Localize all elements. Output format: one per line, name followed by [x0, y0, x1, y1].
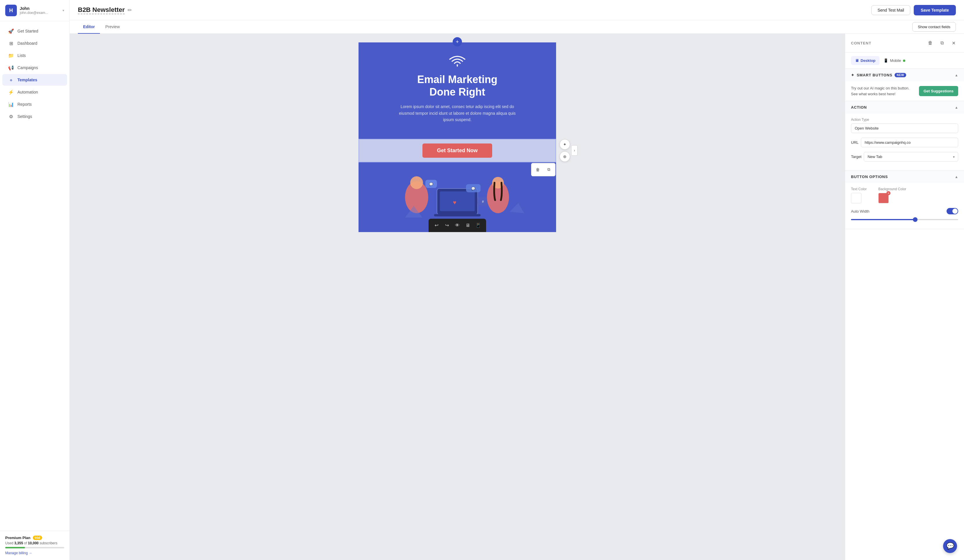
svg-point-1 — [410, 176, 423, 189]
email-illustration: ♥ 💬 💬 # — [376, 168, 539, 226]
action-body: Action Type Open Website URL — [845, 114, 964, 170]
width-slider-track — [851, 219, 958, 220]
delete-content-button[interactable]: 🗑 — [926, 38, 935, 48]
tab-preview[interactable]: Preview — [100, 20, 125, 34]
sidebar-item-label: Reports — [18, 102, 32, 107]
toggle-x-icon: ✕ — [955, 210, 957, 213]
rocket-icon: 🚀 — [8, 28, 14, 34]
svg-text:💬: 💬 — [429, 182, 433, 186]
drag-handles: ✦ ⊕ — [560, 139, 570, 162]
sidebar-item-lists[interactable]: 📁 Lists — [2, 50, 67, 61]
auto-width-row: Auto Width ✕ — [851, 208, 958, 214]
move-drag-handle[interactable]: ⊕ — [560, 151, 570, 162]
user-info: John john.doe@exam... — [20, 6, 60, 15]
action-title: ACTION — [851, 105, 867, 109]
action-type-select[interactable]: Open Website — [851, 124, 958, 133]
duplicate-content-button[interactable]: ⧉ — [937, 38, 946, 48]
sidebar-item-campaigns[interactable]: 📢 Campaigns — [2, 62, 67, 73]
cta-button[interactable]: Get Started Now — [422, 143, 492, 158]
brand-icon — [370, 54, 544, 70]
sparkle-icon: ✦ — [851, 73, 855, 77]
desktop-icon: 🖥 — [855, 59, 859, 63]
settings-icon: ⚙ — [8, 114, 14, 119]
mobile-view-button[interactable]: 📱 — [473, 220, 483, 230]
sidebar-item-settings[interactable]: ⚙ Settings — [2, 111, 67, 122]
sidebar-item-label: Templates — [18, 78, 37, 82]
content-area: + Em — [70, 34, 964, 560]
tabs-bar: Editor Preview Show contact fields — [70, 20, 964, 34]
tab-desktop[interactable]: 🖥 Desktop — [851, 56, 879, 65]
undo-button[interactable]: ↩ — [432, 220, 441, 230]
slider-thumb[interactable] — [913, 217, 917, 222]
action-type-row: Action Type Open Website — [851, 118, 958, 133]
right-panel: CONTENT 🗑 ⧉ ✕ 🖥 Desktop 📱 Mobile — [845, 34, 964, 560]
sidebar-item-label: Lists — [18, 53, 26, 58]
smart-buttons-title: ✦ SMART BUTTONS New — [851, 73, 906, 77]
svg-text:#: # — [482, 200, 484, 203]
url-row: URL — [851, 138, 958, 147]
email-heading: Email MarketingDone Right — [370, 73, 544, 98]
tab-editor[interactable]: Editor — [78, 20, 100, 34]
sidebar-item-templates[interactable]: ⬦ Templates — [2, 74, 67, 86]
url-label: URL — [851, 140, 858, 145]
chat-support-button[interactable]: 💬 — [943, 539, 957, 553]
show-contact-fields-button[interactable]: Show contact fields — [912, 22, 956, 32]
email-header-section: Email MarketingDone Right Lorem ipsum do… — [358, 42, 556, 139]
sidebar-item-label: Automation — [18, 90, 38, 94]
trial-badge: trial — [33, 536, 42, 540]
edit-icon[interactable]: ✏ — [127, 7, 132, 13]
url-input[interactable] — [861, 138, 958, 147]
close-panel-button[interactable]: ✕ — [949, 38, 958, 48]
plan-label: Premium Plan trial — [5, 536, 64, 540]
panel-header-actions: 🗑 ⧉ ✕ — [926, 38, 958, 48]
zap-icon: ⚡ — [8, 89, 14, 95]
preview-button[interactable]: 👁 — [453, 220, 462, 230]
action-section-header[interactable]: ACTION ▲ — [845, 101, 964, 114]
button-options-chevron-icon: ▲ — [955, 175, 958, 179]
mobile-active-dot — [903, 60, 905, 62]
bg-color-label: Background Color — [878, 187, 906, 191]
move-up-handle[interactable]: ✦ — [560, 139, 570, 150]
svg-text:♥: ♥ — [453, 199, 456, 206]
user-email: john.doe@exam... — [20, 11, 60, 15]
main-content: B2B Newsletter ✏ Send Test Mail Save Tem… — [70, 0, 964, 560]
sidebar: H John john.doe@exam... ▾ 🚀 Get Started … — [0, 0, 70, 560]
sidebar-item-automation[interactable]: ⚡ Automation — [2, 86, 67, 98]
manage-billing-link[interactable]: Manage billing → — [5, 551, 32, 555]
user-profile[interactable]: H John john.doe@exam... ▾ — [0, 0, 70, 21]
desktop-view-button[interactable]: 🖥 — [463, 220, 473, 230]
target-select[interactable]: New Tab — [864, 152, 958, 161]
bg-color-remove-button[interactable]: ✕ — [886, 191, 891, 195]
tabs: Editor Preview — [78, 20, 125, 33]
sidebar-item-get-started[interactable]: 🚀 Get Started — [2, 25, 67, 37]
progress-bar-fill — [5, 547, 25, 549]
action-section: ACTION ▲ Action Type Open Website — [845, 101, 964, 171]
text-color-swatch[interactable] — [851, 193, 861, 203]
duplicate-row-button[interactable]: ⧉ — [544, 165, 554, 174]
mobile-icon: 📱 — [884, 59, 888, 63]
bg-color-group: Background Color ✕ — [878, 187, 906, 203]
bottom-toolbar: ↩ ↪ 👁 🖥 📱 — [428, 219, 486, 232]
send-test-mail-button[interactable]: Send Test Mail — [871, 5, 910, 15]
redo-button[interactable]: ↪ — [442, 220, 452, 230]
row-actions-popup: 🗑 ⧉ — [531, 163, 555, 176]
delete-row-button[interactable]: 🗑 — [533, 165, 542, 174]
sidebar-item-dashboard[interactable]: ⊞ Dashboard — [2, 37, 67, 49]
panel-toggle-arrow[interactable]: › — [571, 145, 578, 156]
chat-icon: 💬 — [946, 542, 954, 550]
text-color-swatch-wrap — [851, 193, 861, 203]
sidebar-item-reports[interactable]: 📊 Reports — [2, 98, 67, 110]
get-suggestions-button[interactable]: Get Suggestions — [919, 86, 958, 96]
chevron-up-icon: ▲ — [955, 73, 958, 77]
action-type-label: Action Type — [851, 118, 958, 122]
add-row-top-button[interactable]: + — [453, 37, 462, 46]
header: B2B Newsletter ✏ Send Test Mail Save Tem… — [70, 0, 964, 20]
auto-width-toggle[interactable]: ✕ — [946, 208, 958, 214]
save-template-button[interactable]: Save Template — [914, 5, 956, 15]
canvas-area: + Em — [70, 34, 845, 560]
button-options-header[interactable]: BUTTON OPTIONS ▲ — [845, 171, 964, 183]
smart-buttons-header[interactable]: ✦ SMART BUTTONS New ▲ — [845, 69, 964, 81]
tab-mobile[interactable]: 📱 Mobile — [879, 56, 909, 65]
bar-chart-icon: 📊 — [8, 101, 14, 107]
sidebar-item-label: Campaigns — [18, 65, 38, 70]
